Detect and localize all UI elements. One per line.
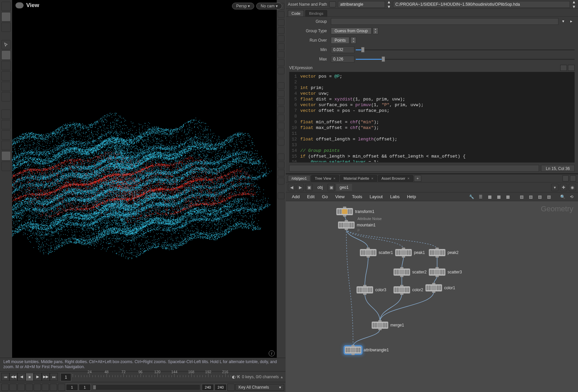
pointnum-icon[interactable] bbox=[278, 82, 284, 89]
last-frame-button[interactable]: ⏭ bbox=[50, 373, 58, 381]
min-input[interactable] bbox=[331, 46, 354, 53]
pane-menu-icon[interactable] bbox=[570, 175, 576, 181]
close-icon[interactable]: × bbox=[333, 176, 335, 180]
sticky-icon[interactable]: ▤ bbox=[527, 193, 534, 200]
snapshot-icon[interactable]: ▤ bbox=[545, 193, 552, 200]
stop-button[interactable]: ■ bbox=[26, 373, 34, 381]
step-back-button[interactable]: ◀◀ bbox=[9, 373, 17, 381]
runover-spinner[interactable]: ▲▼ bbox=[351, 37, 356, 44]
keys-menu-caret[interactable]: ▴ bbox=[281, 375, 283, 379]
group-input[interactable] bbox=[331, 18, 558, 25]
hq-light-icon[interactable] bbox=[278, 178, 284, 184]
template-icon[interactable] bbox=[278, 35, 284, 42]
node-color1[interactable]: color1 bbox=[425, 284, 455, 292]
geo-icon[interactable]: ▣ bbox=[327, 184, 335, 191]
play-fwd-button[interactable]: ▶ bbox=[34, 373, 42, 381]
points-icon[interactable] bbox=[278, 59, 284, 66]
node-attribwrangle1[interactable]: attribwrangle1 bbox=[345, 346, 389, 354]
menu-view[interactable]: View bbox=[332, 193, 348, 201]
nav-fwd-button[interactable]: ▶ bbox=[297, 184, 304, 191]
palette-icon[interactable]: ▤ bbox=[518, 193, 525, 200]
menu-layout[interactable]: Layout bbox=[366, 193, 386, 201]
first-frame-button[interactable]: ⏮ bbox=[1, 373, 9, 381]
path-spinner[interactable]: ▲▼ bbox=[572, 0, 576, 9]
max-input[interactable] bbox=[331, 56, 354, 62]
normals-icon[interactable] bbox=[278, 68, 284, 74]
layout-icon[interactable]: ⟲ bbox=[568, 193, 575, 200]
freeze-icon[interactable]: ◉ bbox=[569, 184, 576, 191]
menu-labs[interactable]: Labs bbox=[387, 193, 403, 201]
list-icon[interactable]: ☰ bbox=[477, 193, 484, 200]
range-slider[interactable] bbox=[93, 385, 200, 390]
range-lock-icon[interactable] bbox=[17, 384, 25, 391]
expose-flag-icon[interactable]: ✚ bbox=[560, 184, 567, 191]
node-merge1[interactable]: merge1 bbox=[372, 321, 404, 329]
range-prev-icon[interactable] bbox=[50, 384, 57, 391]
field-icon[interactable] bbox=[278, 139, 284, 145]
footprint-icon[interactable] bbox=[278, 43, 284, 50]
tab-bindings[interactable]: Bindings bbox=[305, 10, 327, 16]
path-menu-caret[interactable]: ▾ bbox=[551, 184, 558, 191]
grouptype-spinner[interactable]: ▲▼ bbox=[373, 28, 378, 34]
profile-icon[interactable] bbox=[278, 98, 284, 105]
lock-view-icon[interactable] bbox=[278, 11, 284, 18]
grid1-icon[interactable]: ▦ bbox=[486, 193, 493, 200]
key-mode-dropdown[interactable]: Key All Channels▾ bbox=[235, 384, 284, 391]
network-canvas[interactable]: Geometry transform1mountain1Attribute No… bbox=[286, 201, 578, 392]
snap-options-icon[interactable] bbox=[1, 162, 11, 171]
wire-icon[interactable] bbox=[278, 154, 284, 160]
shelf-tool-1[interactable] bbox=[1, 2, 11, 11]
close-icon[interactable]: × bbox=[371, 176, 373, 180]
play-end-input[interactable] bbox=[202, 384, 214, 391]
hull-icon[interactable] bbox=[278, 106, 284, 113]
net-tab-tree[interactable]: Tree View× bbox=[311, 175, 339, 182]
node-peak1[interactable]: peak1 bbox=[395, 249, 425, 256]
node-scatter2[interactable]: scatter2 bbox=[393, 268, 427, 276]
hda-path-input[interactable] bbox=[393, 1, 570, 8]
safe-icon[interactable] bbox=[278, 131, 284, 137]
snap-grid-icon[interactable] bbox=[1, 110, 11, 119]
flat-icon[interactable] bbox=[278, 162, 284, 168]
timeline-slider[interactable]: 24487296120144168192216 bbox=[59, 372, 229, 382]
snap-primitive-icon[interactable] bbox=[1, 151, 11, 161]
node-mountain1[interactable]: mountain1Attribute NoiseP bbox=[338, 221, 376, 229]
menu-go[interactable]: Go bbox=[319, 193, 331, 201]
loop-icon[interactable] bbox=[9, 384, 17, 391]
grid3-icon[interactable]: ▦ bbox=[504, 193, 511, 200]
vex-params-icon[interactable] bbox=[560, 65, 567, 71]
runover-dropdown[interactable]: Points bbox=[331, 37, 349, 44]
bg-icon[interactable] bbox=[278, 115, 284, 121]
net-tab-asset[interactable]: Asset Browser× bbox=[378, 175, 413, 182]
smooth-icon[interactable] bbox=[278, 170, 284, 176]
integer-frame-icon[interactable] bbox=[26, 384, 33, 391]
shelf-tool-2[interactable] bbox=[1, 12, 11, 21]
xray-icon[interactable] bbox=[278, 27, 284, 34]
snap-multi-icon[interactable] bbox=[1, 141, 11, 150]
handle-tool-icon[interactable] bbox=[1, 61, 11, 70]
net-tab-path[interactable]: /obj/geo1 bbox=[288, 175, 310, 182]
node-transform1[interactable]: transform1 bbox=[336, 208, 374, 215]
audio-icon[interactable] bbox=[34, 384, 41, 391]
menu-help[interactable]: Help bbox=[403, 193, 419, 201]
group-select-button[interactable]: ▸ bbox=[568, 18, 575, 25]
play-back-button[interactable]: ◀ bbox=[17, 373, 26, 381]
scope-icon[interactable] bbox=[227, 384, 235, 391]
view-tool-icon[interactable] bbox=[1, 71, 11, 81]
vex-code-editor[interactable]: 1 2 3 4 5 6 7 8 9 10 11 12 13 14 15 16 1… bbox=[289, 72, 575, 163]
camera-select-menu[interactable]: No cam ▾ bbox=[256, 3, 282, 9]
crumb-geo1[interactable]: geo1 bbox=[336, 184, 352, 191]
select-object-icon[interactable] bbox=[1, 50, 11, 60]
crumb-obj[interactable]: obj bbox=[314, 184, 326, 191]
vex-expand-icon[interactable] bbox=[568, 65, 575, 71]
version-spinner[interactable]: ▲▼ bbox=[387, 0, 391, 9]
wrench-icon[interactable]: 🔧 bbox=[468, 193, 475, 200]
obj-icon[interactable]: ▣ bbox=[305, 184, 313, 191]
node-color3[interactable]: color3 bbox=[356, 286, 386, 294]
grid-icon[interactable] bbox=[278, 123, 284, 129]
group-menu-caret[interactable]: ▾ bbox=[560, 18, 567, 25]
node-scatter3[interactable]: scatter3 bbox=[429, 268, 462, 276]
scene-viewport[interactable]: View Persp ▾ No cam ▾ bbox=[12, 0, 285, 358]
close-icon[interactable]: × bbox=[407, 176, 409, 180]
find-icon[interactable]: 🔍 bbox=[559, 193, 566, 200]
viewport-canvas[interactable] bbox=[12, 0, 278, 353]
